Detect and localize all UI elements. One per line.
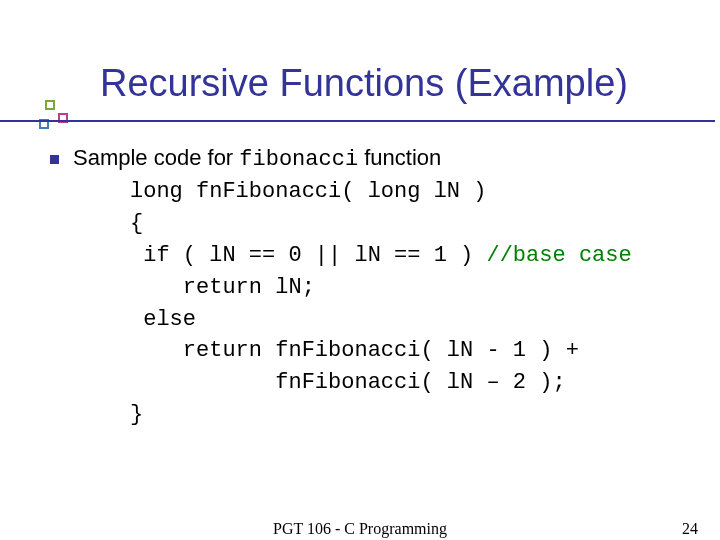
code-line-3a: if ( lN == 0 || lN == 1 ): [130, 243, 486, 268]
bullet-row: Sample code for fibonacci function: [50, 145, 700, 172]
bullet-icon: [50, 155, 59, 164]
lead-prefix: Sample code for: [73, 145, 239, 170]
code-line-4: return lN;: [130, 275, 315, 300]
slide-title: Recursive Functions (Example): [100, 62, 710, 105]
footer-course: PGT 106 - C Programming: [273, 520, 447, 538]
code-block: long fnFibonacci( long lN ) { if ( lN ==…: [130, 176, 700, 431]
lead-suffix: function: [358, 145, 441, 170]
title-underline: [0, 120, 715, 122]
footer-page-number: 24: [682, 520, 698, 538]
code-line-7: fnFibonacci( lN – 2 );: [130, 370, 566, 395]
code-line-1: long fnFibonacci( long lN ): [130, 179, 486, 204]
code-line-5: else: [130, 307, 196, 332]
slide-body: Sample code for fibonacci function long …: [50, 145, 700, 431]
lead-mono: fibonacci: [239, 147, 358, 172]
accent-square-green: [45, 100, 55, 110]
lead-text: Sample code for fibonacci function: [73, 145, 441, 172]
code-comment: //base case: [486, 243, 631, 268]
code-line-8: }: [130, 402, 143, 427]
slide-title-wrap: Recursive Functions (Example): [100, 62, 710, 105]
code-line-6: return fnFibonacci( lN - 1 ) +: [130, 338, 579, 363]
code-line-2: {: [130, 211, 143, 236]
